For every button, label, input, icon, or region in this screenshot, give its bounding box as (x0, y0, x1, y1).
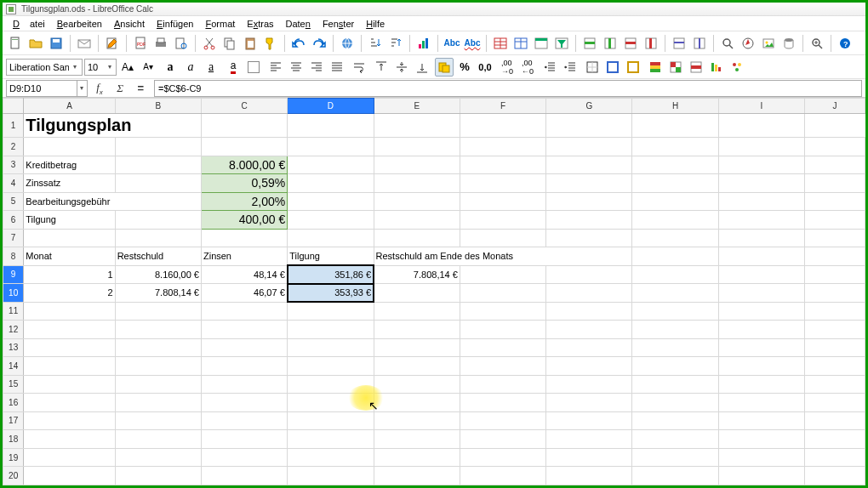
column-headers[interactable]: A B C D E F G H I J (3, 99, 865, 114)
cell[interactable] (288, 192, 374, 211)
cell[interactable] (374, 114, 460, 138)
col-header-J[interactable]: J (805, 99, 865, 114)
cell[interactable] (546, 430, 632, 449)
cell[interactable] (632, 357, 718, 376)
cell[interactable] (805, 375, 865, 394)
cell[interactable] (546, 156, 632, 174)
align-top-button[interactable] (372, 58, 391, 77)
cell-A3[interactable]: Kreditbetrag (24, 156, 115, 174)
cell-C3[interactable]: 8.000,00 € (201, 156, 287, 174)
cell[interactable] (288, 156, 374, 174)
cell[interactable] (115, 394, 201, 412)
cell-C5[interactable]: 2,00% (201, 192, 287, 211)
row-header[interactable]: 12 (3, 321, 24, 339)
cell[interactable] (546, 302, 632, 321)
border-style-button[interactable] (603, 58, 622, 77)
row-header[interactable]: 2 (3, 137, 24, 156)
find-button[interactable] (718, 34, 737, 53)
cell[interactable] (632, 192, 718, 211)
cell[interactable] (288, 411, 374, 430)
row-header[interactable]: 13 (3, 338, 24, 357)
cell[interactable] (115, 302, 201, 321)
row-header[interactable]: 16 (3, 394, 24, 412)
row-header[interactable]: 3 (3, 156, 24, 174)
insert-row-button[interactable] (580, 34, 599, 53)
edit-mode-button[interactable] (103, 34, 122, 53)
cond-format-2-button[interactable] (666, 58, 685, 77)
row-header[interactable]: 10 (3, 284, 24, 303)
cell[interactable] (288, 321, 374, 339)
cell[interactable] (115, 211, 201, 230)
col-header-H[interactable]: H (632, 99, 718, 114)
cell[interactable] (374, 192, 460, 211)
cell[interactable] (115, 174, 201, 193)
row-header[interactable]: 7 (3, 229, 24, 247)
cell[interactable] (805, 467, 865, 485)
filter-button[interactable] (552, 34, 571, 53)
menu-fenster[interactable]: Fenster (317, 18, 359, 30)
autofilter-button[interactable] (532, 34, 551, 53)
cell[interactable] (718, 174, 804, 193)
cell[interactable] (201, 302, 287, 321)
cell[interactable] (546, 375, 632, 394)
cell[interactable] (460, 229, 545, 247)
cell[interactable] (805, 284, 865, 303)
menu-einfuegen[interactable]: Einfügen (151, 18, 198, 30)
col-header-E[interactable]: E (374, 99, 460, 114)
font-name-input[interactable] (9, 62, 69, 72)
cell-E9[interactable]: 7.808,14 € (374, 265, 460, 284)
underline-button[interactable]: a (202, 58, 220, 77)
col-header-D[interactable]: D (288, 99, 374, 114)
cell[interactable] (460, 394, 545, 412)
cell[interactable] (632, 321, 718, 339)
split-button[interactable] (690, 34, 709, 53)
cell[interactable] (201, 114, 287, 138)
cell[interactable] (460, 467, 545, 485)
cell[interactable] (632, 394, 718, 412)
percent-button[interactable]: % (455, 58, 474, 77)
cell[interactable] (374, 448, 460, 467)
copy-button[interactable] (220, 34, 239, 53)
cell[interactable] (201, 394, 287, 412)
cell[interactable] (718, 430, 804, 449)
cell[interactable] (201, 338, 287, 357)
row-header[interactable]: 20 (3, 467, 24, 485)
col-header-G[interactable]: G (546, 99, 632, 114)
align-center-button[interactable] (287, 58, 306, 77)
cell[interactable] (374, 411, 460, 430)
cell[interactable] (288, 448, 374, 467)
cell[interactable] (288, 211, 374, 230)
align-left-button[interactable] (266, 58, 285, 77)
cell[interactable] (718, 211, 804, 230)
font-size-input[interactable] (88, 62, 105, 72)
cell[interactable] (460, 448, 545, 467)
cell[interactable] (374, 302, 460, 321)
cell[interactable] (805, 394, 865, 412)
cell[interactable] (718, 156, 804, 174)
cell[interactable] (201, 137, 287, 156)
cell-C10[interactable]: 46,07 € (201, 284, 287, 303)
cell[interactable] (632, 229, 718, 247)
cell-A4[interactable]: Zinssatz (24, 174, 115, 193)
cell[interactable] (201, 448, 287, 467)
menu-datei[interactable]: Datei (8, 18, 50, 30)
cell[interactable] (374, 174, 460, 193)
cell[interactable] (546, 265, 632, 284)
cell-E8[interactable]: Restschuld am Ende des Monats (374, 247, 632, 266)
cell[interactable] (805, 192, 865, 211)
cell[interactable] (374, 137, 460, 156)
cell[interactable] (805, 448, 865, 467)
borders-button[interactable] (583, 58, 602, 77)
zoom-button[interactable] (808, 34, 826, 53)
cell[interactable] (374, 321, 460, 339)
cell[interactable] (805, 211, 865, 230)
cell[interactable] (24, 302, 115, 321)
cell[interactable] (460, 411, 545, 430)
chevron-down-icon[interactable]: ▾ (77, 81, 87, 96)
row-header[interactable]: 5 (3, 192, 24, 211)
cell[interactable] (805, 229, 865, 247)
align-bottom-button[interactable] (413, 58, 431, 77)
cell[interactable] (718, 229, 804, 247)
cell[interactable] (288, 229, 374, 247)
cell[interactable] (805, 265, 865, 284)
